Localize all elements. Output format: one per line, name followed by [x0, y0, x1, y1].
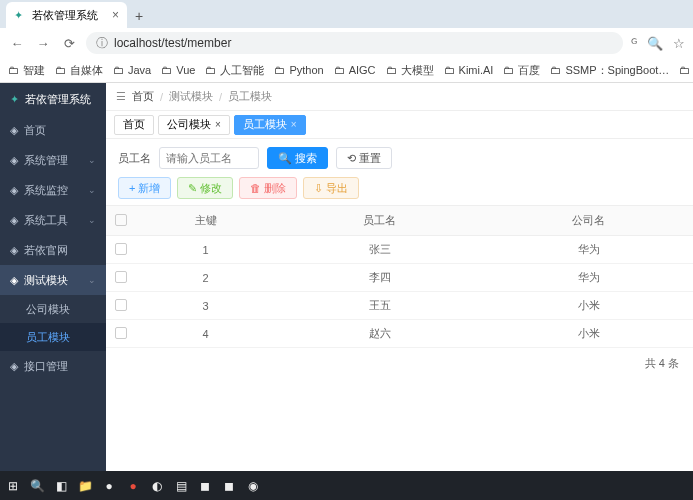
- bookmarks-bar: 🗀智建🗀自媒体🗀Java🗀Vue🗀人工智能🗀Python🗀AIGC🗀大模型🗀Ki…: [0, 58, 693, 83]
- start-button[interactable]: ⊞: [4, 477, 22, 495]
- sidebar-item[interactable]: ◈若依官网: [0, 235, 106, 265]
- new-tab-button[interactable]: +: [127, 4, 151, 28]
- table-row[interactable]: 4赵六小米: [106, 320, 693, 348]
- data-table: 主键员工名公司名 1张三华为2李四华为3王五小米4赵六小米: [106, 205, 693, 348]
- search-label: 员工名: [118, 151, 151, 166]
- table-row[interactable]: 3王五小米: [106, 292, 693, 320]
- task-view-icon[interactable]: ◧: [52, 477, 70, 495]
- chevron-down-icon: ⌄: [88, 155, 96, 165]
- brand-text: 若依管理系统: [25, 92, 91, 107]
- export-button[interactable]: ⇩ 导出: [303, 177, 359, 199]
- folder-icon: 🗀: [55, 64, 67, 76]
- table-row[interactable]: 1张三华为: [106, 236, 693, 264]
- breadcrumb: ☰ 首页 / 测试模块 / 员工模块: [106, 83, 693, 111]
- tool-icon: ◈: [10, 214, 18, 227]
- link-icon: ◈: [10, 244, 18, 257]
- row-checkbox[interactable]: [115, 327, 127, 339]
- tab-close-icon[interactable]: ×: [112, 8, 119, 22]
- folder-icon: 🗀: [503, 64, 515, 76]
- windows-taskbar: ⊞ 🔍 ◧ 📁 ● ● ◐ ▤ ◼ ◼ ◉: [0, 471, 693, 500]
- bookmark-item[interactable]: 🗀Kimi.AI: [444, 64, 494, 76]
- folder-icon: 🗀: [334, 64, 346, 76]
- hamburger-icon[interactable]: ☰: [116, 90, 126, 103]
- app-icon[interactable]: ◐: [148, 477, 166, 495]
- bookmark-item[interactable]: 🗀百度: [503, 63, 540, 78]
- translate-icon[interactable]: ᴳ: [631, 36, 637, 51]
- table-row[interactable]: 2李四华为: [106, 264, 693, 292]
- folder-icon: 🗀: [550, 64, 562, 76]
- table-header: 员工名: [275, 206, 484, 236]
- delete-button[interactable]: 🗑 删除: [239, 177, 297, 199]
- bookmark-item[interactable]: 🗀简介 | MyBatis-Plus: [679, 63, 693, 78]
- tab-close-icon[interactable]: ×: [291, 119, 297, 130]
- monitor-icon: ◈: [10, 184, 18, 197]
- app-icon[interactable]: ●: [100, 477, 118, 495]
- gear-icon: ◈: [10, 154, 18, 167]
- employee-name-input[interactable]: [159, 147, 259, 169]
- crumb-1[interactable]: 测试模块: [169, 89, 213, 104]
- bookmark-item[interactable]: 🗀Vue: [161, 64, 195, 76]
- crumb-home[interactable]: 首页: [132, 89, 154, 104]
- tab-title: 若依管理系统: [32, 8, 98, 23]
- bookmark-item[interactable]: 🗀SSMP：SpingBoot…: [550, 63, 669, 78]
- edit-button[interactable]: ✎ 修改: [177, 177, 233, 199]
- browser-tab[interactable]: ✦ 若依管理系统 ×: [6, 2, 127, 28]
- view-tab[interactable]: 公司模块×: [158, 115, 230, 135]
- explorer-icon[interactable]: 📁: [76, 477, 94, 495]
- search-button[interactable]: 🔍 搜索: [267, 147, 328, 169]
- view-tab[interactable]: 首页: [114, 115, 154, 135]
- crumb-2: 员工模块: [228, 89, 272, 104]
- taskbar-search-icon[interactable]: 🔍: [28, 477, 46, 495]
- reset-button[interactable]: ⟲ 重置: [336, 147, 392, 169]
- bookmark-item[interactable]: 🗀大模型: [386, 63, 434, 78]
- forward-button[interactable]: →: [34, 34, 52, 52]
- table-header: 主键: [136, 206, 275, 236]
- star-icon[interactable]: ☆: [673, 36, 685, 51]
- url-text: localhost/test/member: [114, 36, 231, 50]
- brand-logo: ✦ 若依管理系统: [0, 83, 106, 115]
- app-icon[interactable]: ▤: [172, 477, 190, 495]
- sidebar-item[interactable]: ◈系统监控⌄: [0, 175, 106, 205]
- row-checkbox[interactable]: [115, 271, 127, 283]
- sidebar-item[interactable]: ◈系统工具⌄: [0, 205, 106, 235]
- tab-favicon: ✦: [14, 9, 26, 21]
- sidebar-subitem[interactable]: 员工模块: [0, 323, 106, 351]
- bookmark-item[interactable]: 🗀自媒体: [55, 63, 103, 78]
- brand-icon: ✦: [10, 93, 19, 106]
- pagination-total: 共 4 条: [106, 348, 693, 379]
- row-checkbox[interactable]: [115, 299, 127, 311]
- sidebar-item[interactable]: ◈首页: [0, 115, 106, 145]
- chrome-icon[interactable]: ◉: [244, 477, 262, 495]
- table-header: 公司名: [484, 206, 693, 236]
- folder-icon: 🗀: [113, 64, 125, 76]
- reload-button[interactable]: ⟳: [60, 34, 78, 52]
- bookmark-item[interactable]: 🗀Python: [274, 64, 323, 76]
- bookmark-item[interactable]: 🗀Java: [113, 64, 151, 76]
- search-icon[interactable]: 🔍: [647, 36, 663, 51]
- chevron-down-icon: ⌄: [88, 185, 96, 195]
- bookmark-item[interactable]: 🗀智建: [8, 63, 45, 78]
- bookmark-item[interactable]: 🗀人工智能: [205, 63, 264, 78]
- tab-close-icon[interactable]: ×: [215, 119, 221, 130]
- select-all-checkbox[interactable]: [115, 214, 127, 226]
- bookmark-item[interactable]: 🗀AIGC: [334, 64, 376, 76]
- sidebar-subitem[interactable]: 公司模块: [0, 295, 106, 323]
- app-icon[interactable]: ◼: [220, 477, 238, 495]
- view-tab[interactable]: 员工模块×: [234, 115, 306, 135]
- folder-icon: 🗀: [386, 64, 398, 76]
- app-icon[interactable]: ◼: [196, 477, 214, 495]
- add-button[interactable]: + 新增: [118, 177, 171, 199]
- row-checkbox[interactable]: [115, 243, 127, 255]
- back-button[interactable]: ←: [8, 34, 26, 52]
- sidebar-item[interactable]: ◈接口管理: [0, 351, 106, 381]
- table-header: [106, 206, 136, 236]
- folder-icon: 🗀: [679, 64, 691, 76]
- test-icon: ◈: [10, 274, 18, 287]
- site-info-icon[interactable]: ⓘ: [96, 35, 108, 52]
- address-bar[interactable]: ⓘ localhost/test/member: [86, 32, 623, 54]
- sidebar-item[interactable]: ◈测试模块⌄: [0, 265, 106, 295]
- folder-icon: 🗀: [161, 64, 173, 76]
- app-icon[interactable]: ●: [124, 477, 142, 495]
- sidebar-item[interactable]: ◈系统管理⌄: [0, 145, 106, 175]
- folder-icon: 🗀: [444, 64, 456, 76]
